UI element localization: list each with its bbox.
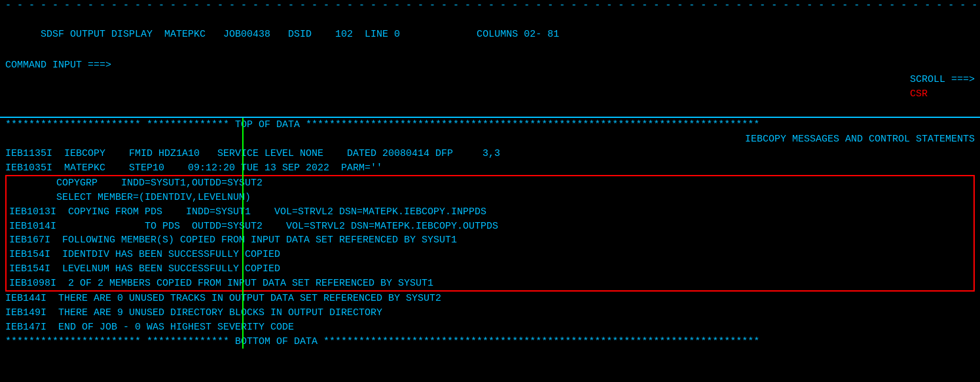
- command-row: COMMAND INPUT ===> SCROLL ===> CSR: [0, 57, 980, 117]
- top-border: - - - - - - - - - - - - - - - - - - - - …: [0, 0, 980, 12]
- ieb144i-line: IEB144I THERE ARE 0 UNUSED TRACKS IN OUT…: [0, 292, 980, 306]
- scroll-value: CSR: [910, 88, 928, 100]
- red-box: COPYGRP INDD=SYSUT1,OUTDD=SYSUT2 SELECT …: [5, 175, 975, 292]
- iebcopy-header: IEBCOPY MESSAGES AND CONTROL STATEMENTS: [0, 132, 980, 147]
- ieb167i-line: IEB167I FOLLOWING MEMBER(S) COPIED FROM …: [7, 233, 973, 248]
- vertical-divider: [242, 118, 244, 349]
- ieb154i-identdiv-line: IEB154I IDENTDIV HAS BEEN SUCCESSFULLY C…: [7, 248, 973, 262]
- ieb154i-levelnum-line: IEB154I LEVELNUM HAS BEEN SUCCESSFULLY C…: [7, 262, 973, 277]
- copygrp-line: COPYGRP INDD=SYSUT1,OUTDD=SYSUT2: [7, 176, 973, 191]
- top-of-data-line: *********************** ************** T…: [0, 118, 980, 132]
- select-member-line: SELECT MEMBER=(IDENTDIV,LEVELNUM): [7, 191, 973, 205]
- ieb149i-line: IEB149I THERE ARE 9 UNUSED DIRECTORY BLO…: [0, 306, 980, 320]
- ieb1014i-line: IEB1014I TO PDS OUTDD=SYSUT2 VOL=STRVL2 …: [7, 220, 973, 234]
- bottom-of-data-line: *********************** ************** B…: [0, 335, 980, 349]
- header-title-text: SDSF OUTPUT DISPLAY MATEPKC JOB00438 DSI…: [41, 29, 559, 40]
- ieb1013i-line: IEB1013I COPYING FROM PDS INDD=SYSUT1 VO…: [7, 205, 973, 220]
- ieb147i-line: IEB147I END OF JOB - 0 WAS HIGHEST SEVER…: [0, 320, 980, 335]
- command-input-label: COMMAND INPUT ===>: [5, 58, 111, 115]
- content-area: *********************** ************** T…: [0, 118, 980, 349]
- ieb1098i-line: IEB1098I 2 OF 2 MEMBERS COPIED FROM INPU…: [7, 277, 973, 291]
- ieb1135i-line: IEB1135I IEBCOPY FMID HDZ1A10 SERVICE LE…: [0, 147, 980, 161]
- ieb1035i-line: IEB1035I MATEPKC STEP10 09:12:20 TUE 13 …: [0, 161, 980, 176]
- header-line1: SDSF OUTPUT DISPLAY MATEPKC JOB00438 DSI…: [0, 12, 980, 57]
- scroll-label: SCROLL ===> CSR: [863, 58, 975, 115]
